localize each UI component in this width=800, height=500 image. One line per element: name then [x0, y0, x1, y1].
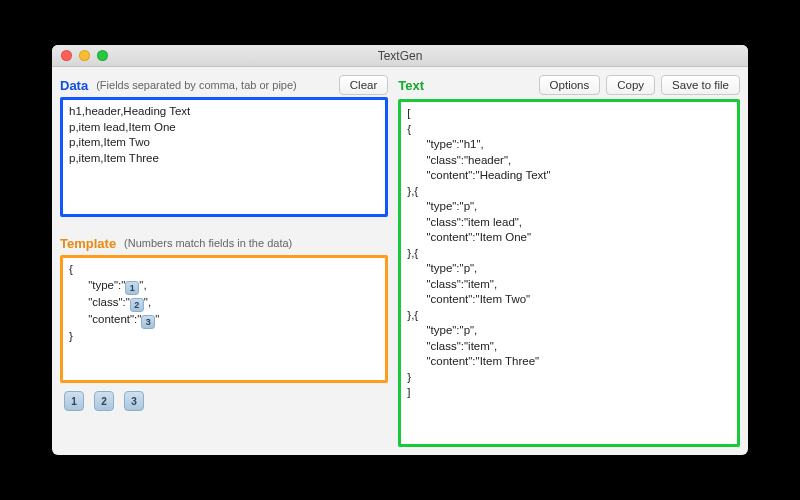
copy-button[interactable]: Copy [606, 75, 655, 96]
traffic-lights [52, 50, 108, 61]
text-actions: Options Copy Save to file [539, 75, 740, 96]
minimize-icon[interactable] [79, 50, 90, 61]
field-number-bar: 1 2 3 [60, 383, 388, 413]
template-header: Template (Numbers match fields in the da… [60, 231, 388, 255]
zoom-icon[interactable] [97, 50, 108, 61]
left-column: Data (Fields separated by comma, tab or … [60, 73, 388, 447]
content-area: Data (Fields separated by comma, tab or … [52, 67, 748, 455]
template-label: Template [60, 236, 116, 251]
app-window: TextGen Data (Fields separated by comma,… [52, 45, 748, 455]
field-chip-3-icon: 3 [141, 315, 155, 329]
template-hint: (Numbers match fields in the data) [124, 237, 292, 249]
data-header: Data (Fields separated by comma, tab or … [60, 73, 388, 97]
window-title: TextGen [52, 49, 748, 63]
text-label: Text [398, 78, 424, 93]
right-column: Text Options Copy Save to file [ { "type… [398, 73, 740, 447]
text-output[interactable]: [ { "type":"h1", "class":"header", "cont… [398, 99, 740, 447]
close-icon[interactable] [61, 50, 72, 61]
text-header: Text Options Copy Save to file [398, 73, 740, 97]
save-to-file-button[interactable]: Save to file [661, 75, 740, 96]
insert-field-2-button[interactable]: 2 [94, 391, 114, 411]
data-hint: (Fields separated by comma, tab or pipe) [96, 79, 297, 91]
field-chip-2-icon: 2 [130, 298, 144, 312]
titlebar: TextGen [52, 45, 748, 67]
insert-field-1-button[interactable]: 1 [64, 391, 84, 411]
template-textarea[interactable]: { "type":"1", "class":"2", "content":"3"… [60, 255, 388, 383]
data-textarea[interactable]: h1,header,Heading Text p,item lead,Item … [60, 97, 388, 217]
insert-field-3-button[interactable]: 3 [124, 391, 144, 411]
options-button[interactable]: Options [539, 75, 601, 96]
clear-button[interactable]: Clear [339, 75, 388, 96]
data-label: Data [60, 78, 88, 93]
field-chip-1-icon: 1 [125, 281, 139, 295]
